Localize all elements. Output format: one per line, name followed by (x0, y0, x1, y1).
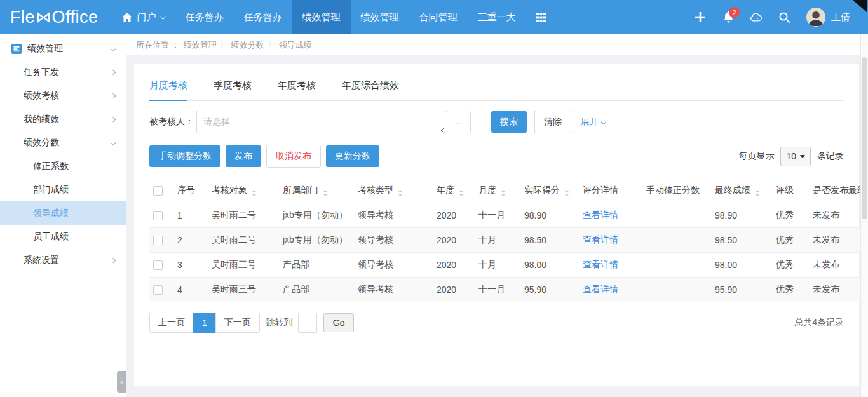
notification-bell-icon[interactable]: 2 (722, 11, 734, 23)
search-icon[interactable] (778, 11, 790, 23)
cell-year: 2020 (433, 253, 475, 278)
add-icon[interactable] (695, 11, 706, 23)
sort-icon[interactable] (398, 190, 403, 196)
row-checkbox[interactable] (153, 260, 163, 270)
cell-month: 十一月 (475, 278, 520, 302)
app-logo[interactable]: Fle ⋈ Office (0, 0, 111, 34)
sidebar-item-system-settings[interactable]: 系统设置 (0, 248, 126, 272)
cell-rating: 优秀 (772, 253, 809, 278)
toolbar-row: 手动调整分数 发布 取消发布 更新分数 每页显示 10 条记录 (149, 145, 844, 168)
sidebar-item-performance-management[interactable]: 绩效管理 (0, 37, 126, 60)
col-publish-status: 是否发布最终成绩 (809, 178, 868, 203)
view-detail-link[interactable]: 查看详情 (583, 259, 618, 269)
tab-annual-comprehensive[interactable]: 年度综合绩效 (342, 79, 399, 101)
nav-three-major-one-big[interactable]: 三重一大 (468, 0, 526, 34)
sidebar-item-department-scores[interactable]: 部门成绩 (0, 178, 126, 201)
expand-filters-link[interactable]: 展开 (581, 116, 606, 128)
row-checkbox[interactable] (153, 236, 163, 245)
assessee-picker-button[interactable]: ... (447, 111, 471, 133)
user-menu[interactable]: 王倩 (806, 8, 850, 27)
sort-icon[interactable] (564, 190, 569, 196)
assessee-input[interactable] (196, 111, 445, 133)
nav-contract-management[interactable]: 合同管理 (409, 0, 468, 34)
row-checkbox[interactable] (153, 211, 163, 220)
sidebar-item-task-assignment[interactable]: 任务下发 (0, 60, 126, 84)
go-button[interactable]: Go (323, 313, 355, 332)
sort-icon[interactable] (755, 190, 760, 196)
clear-button[interactable]: 清除 (534, 111, 571, 133)
sort-icon[interactable] (459, 190, 464, 196)
sort-icon[interactable] (323, 190, 328, 196)
sidebar-item-label: 修正系数 (33, 161, 69, 172)
assessee-label: 被考核人： (149, 116, 194, 128)
sort-icon[interactable] (501, 190, 506, 196)
col-target: 考核对象 (208, 178, 279, 203)
sidebar-item-label: 领导成绩 (33, 208, 69, 219)
manual-adjust-score-button[interactable]: 手动调整分数 (149, 145, 220, 167)
col-serial: 序号 (173, 178, 208, 203)
main-area: 所在位置 ： 绩效管理 〉 绩效分数 〉 领导成绩 月度考核 季度考核 年度考核… (126, 34, 868, 397)
nav-performance-management-2[interactable]: 绩效管理 (351, 0, 409, 34)
nav-label: 绩效管理 (361, 11, 399, 24)
cell-month: 十月 (475, 253, 520, 278)
cell-type: 领导考核 (354, 203, 433, 228)
publish-button[interactable]: 发布 (226, 145, 261, 167)
nav-performance-management-1[interactable]: 绩效管理 (292, 0, 351, 34)
performance-module-icon (11, 44, 22, 54)
tab-monthly-assessment[interactable]: 月度考核 (149, 79, 187, 101)
sidebar-item-performance-assessment[interactable]: 绩效考核 (0, 84, 126, 107)
sidebar-item-correction-coefficient[interactable]: 修正系数 (0, 154, 126, 178)
cell-final-score: 98.00 (711, 253, 772, 278)
nav-portal[interactable]: 门户 (111, 0, 175, 34)
sort-icon[interactable] (252, 190, 257, 196)
table-row: 2 吴时雨二号 jxb专用（勿动） 领导考核 2020 十月 98.50 查看详… (149, 228, 868, 253)
breadcrumb-link-performance-scores[interactable]: 绩效分数 (231, 39, 264, 51)
sidebar-item-label: 绩效管理 (27, 43, 63, 55)
notification-badge: 2 (729, 7, 740, 18)
breadcrumb-link-performance-management[interactable]: 绩效管理 (184, 39, 217, 51)
prev-page-button[interactable]: 上一页 (149, 313, 194, 333)
nav-label: 合同管理 (419, 11, 458, 24)
cell-serial: 3 (173, 253, 208, 278)
col-rating: 评级 (772, 178, 809, 203)
sidebar-collapse-button[interactable]: « (117, 371, 126, 393)
tab-annual-assessment[interactable]: 年度考核 (278, 79, 316, 101)
page-size-control: 每页显示 10 条记录 (738, 147, 844, 166)
view-detail-link[interactable]: 查看详情 (583, 234, 618, 245)
cell-target: 吴时雨二号 (208, 203, 279, 228)
sidebar-item-employee-scores[interactable]: 员工成绩 (0, 225, 126, 248)
view-detail-link[interactable]: 查看详情 (583, 284, 618, 294)
row-checkbox[interactable] (153, 285, 163, 295)
sidebar-item-leader-scores[interactable]: 领导成绩 (0, 201, 126, 225)
cell-manual-score (642, 278, 711, 302)
scrollbar-thumb[interactable] (862, 57, 867, 219)
view-detail-link[interactable]: 查看详情 (583, 210, 618, 220)
nav-label: 任务督办 (244, 11, 282, 24)
sidebar-item-my-performance[interactable]: 我的绩效 (0, 107, 126, 131)
nav-task-supervision-1[interactable]: 任务督办 (175, 0, 234, 34)
page-scrollbar[interactable] (860, 34, 868, 397)
tab-quarterly-assessment[interactable]: 季度考核 (214, 79, 252, 101)
user-avatar (806, 8, 825, 27)
cell-target: 吴时雨三号 (208, 253, 279, 278)
apps-grid-icon[interactable] (526, 0, 556, 34)
select-all-checkbox[interactable] (153, 186, 163, 196)
cell-year: 2020 (433, 203, 475, 228)
chevron-down-icon (111, 46, 116, 51)
next-page-button[interactable]: 下一页 (215, 313, 260, 333)
update-score-button[interactable]: 更新分数 (326, 145, 379, 167)
cancel-publish-button[interactable]: 取消发布 (266, 145, 321, 168)
page-size-select[interactable]: 10 (780, 147, 811, 166)
nav-label: 任务督办 (186, 11, 224, 24)
top-bar: Fle ⋈ Office 门户 任务督办 任务督办 绩效管理 绩效管理 (0, 0, 868, 34)
cell-rating: 优秀 (772, 228, 809, 253)
sidebar-item-performance-scores[interactable]: 绩效分数 (0, 131, 126, 154)
cloud-icon[interactable] (750, 11, 762, 23)
breadcrumb-link-leader-scores[interactable]: 领导成绩 (279, 39, 312, 51)
jump-page-input[interactable] (298, 313, 317, 333)
nav-task-supervision-2[interactable]: 任务督办 (234, 0, 292, 34)
nav-label: 绩效管理 (302, 11, 341, 24)
jump-to-label: 跳转到 (266, 317, 293, 328)
page-1-button[interactable]: 1 (193, 313, 216, 333)
search-button[interactable]: 搜索 (491, 111, 527, 133)
